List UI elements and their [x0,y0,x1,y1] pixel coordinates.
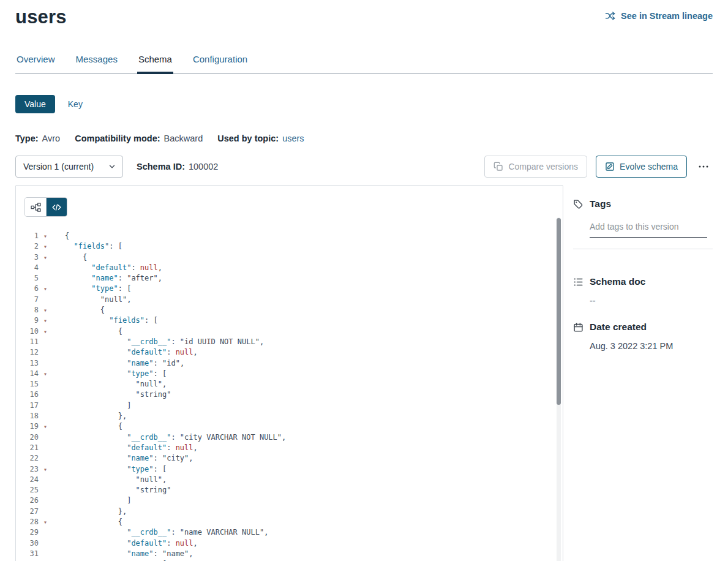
line-number: 4 [16,263,39,273]
type-label: Type: [15,134,39,143]
code-view-button[interactable] [46,198,67,216]
code-line: 8▾ { [16,305,563,315]
add-tags-input[interactable] [590,219,707,238]
sidebar-divider [573,249,713,249]
line-number: 17 [16,401,39,411]
line-number: 22 [16,453,39,464]
code-text: "default": null, [52,538,198,549]
schema-doc-value: -- [590,296,713,306]
code-text: { [52,517,122,527]
fold-toggle-icon[interactable]: ▾ [39,231,52,241]
line-number: 8 [16,305,39,315]
fold-spacer [39,495,52,506]
fold-toggle-icon[interactable]: ▾ [39,315,52,326]
fold-spacer [39,527,52,538]
fold-spacer [39,358,52,369]
fold-spacer [39,443,52,453]
code-line: 25 "string" [16,485,563,495]
fold-spacer [39,263,52,273]
fold-toggle-icon[interactable]: ▾ [39,326,52,337]
code-text: { [52,305,105,315]
fold-toggle-icon[interactable]: ▾ [39,517,52,527]
code-text: "fields": [ [52,241,122,252]
fold-spacer [39,390,52,400]
code-text: "type": [ [52,284,131,294]
code-line: 18 }, [16,411,563,421]
line-number: 1 [16,231,39,241]
code-text: "name": "id", [52,358,184,369]
schema-id: Schema ID: 100002 [137,162,218,171]
code-text: "name": "city", [52,453,193,464]
code-view-icon [51,202,62,213]
fold-toggle-icon[interactable]: ▾ [39,464,52,475]
code-text: "null", [52,475,167,485]
editor-scrollbar-track[interactable] [557,217,561,561]
code-line: 4 "default": null, [16,263,563,273]
schema-doc-section: Schema doc -- [573,276,713,306]
line-number: 5 [16,273,39,284]
schema-id-value: 100002 [189,162,218,171]
version-select[interactable]: Version 1 (current) [15,156,123,178]
code-line: 7 "null", [16,295,563,305]
compatibility-label: Compatibility mode: [75,134,160,143]
tab-schema[interactable]: Schema [137,54,173,74]
line-number: 2 [16,241,39,252]
fold-toggle-icon[interactable]: ▾ [39,241,52,252]
code-text: { [52,421,122,432]
fold-spacer [39,273,52,284]
stream-lineage-link[interactable]: See in Stream lineage [605,10,713,21]
code-text: "null", [52,295,131,305]
line-number: 10 [16,326,39,337]
line-number: 12 [16,347,39,358]
compare-versions-button[interactable]: Compare versions [484,156,587,178]
fold-spacer [39,295,52,305]
line-number: 3 [16,252,39,263]
fold-toggle-icon[interactable]: ▾ [39,252,52,263]
code-line: 28▾ { [16,517,563,527]
fold-toggle-icon[interactable]: ▾ [39,284,52,294]
fold-spacer [39,432,52,443]
evolve-schema-button[interactable]: Evolve schema [596,156,687,178]
fold-spacer [39,538,52,549]
editor-scrollbar-thumb[interactable] [557,218,561,405]
code-line: 22 "name": "city", [16,453,563,464]
code-line: 15 "null", [16,379,563,390]
code-text: { [52,231,69,241]
code-text: "name": "name", [52,549,193,559]
line-number: 20 [16,432,39,443]
code-text: "type": [ [52,464,167,475]
code-text: "name": "after", [52,273,162,284]
code-line: 20 "__crdb__": "city VARCHAR NOT NULL", [16,432,563,443]
code-line: 26 ] [16,495,563,506]
tree-view-button[interactable] [25,198,46,216]
code-line: 16 "string" [16,390,563,400]
fold-toggle-icon[interactable]: ▾ [39,421,52,432]
tab-messages[interactable]: Messages [75,54,119,73]
line-number: 25 [16,485,39,495]
value-toggle-button[interactable]: Value [15,95,55,113]
chevron-down-icon [108,162,116,171]
fold-toggle-icon[interactable]: ▾ [39,369,52,379]
stream-lineage-icon [605,10,616,21]
key-toggle-button[interactable]: Key [59,95,92,113]
tab-overview[interactable]: Overview [15,54,56,73]
fold-toggle-icon[interactable]: ▾ [39,305,52,315]
tab-configuration[interactable]: Configuration [192,54,249,73]
line-number: 26 [16,495,39,506]
code-text: "__crdb__": "city VARCHAR NOT NULL", [52,432,286,443]
code-line: 9▾ "fields": [ [16,315,563,326]
date-created-section: Date created Aug. 3 2022 3:21 PM [573,322,713,351]
line-number: 29 [16,527,39,538]
more-options-button[interactable] [694,159,713,175]
fold-spacer [39,337,52,347]
code-line: 21 "default": null, [16,443,563,453]
line-number: 6 [16,284,39,294]
code-text: "default": null, [52,347,198,358]
code-line: 30 "default": null, [16,538,563,549]
ellipsis-icon [697,161,710,172]
code-text: "string" [52,390,171,400]
topic-link[interactable]: users [282,134,304,143]
schema-doc-header: Schema doc [573,276,713,287]
schema-sidebar: Tags Schema doc -- [563,185,713,351]
code-text: "string" [52,485,171,495]
